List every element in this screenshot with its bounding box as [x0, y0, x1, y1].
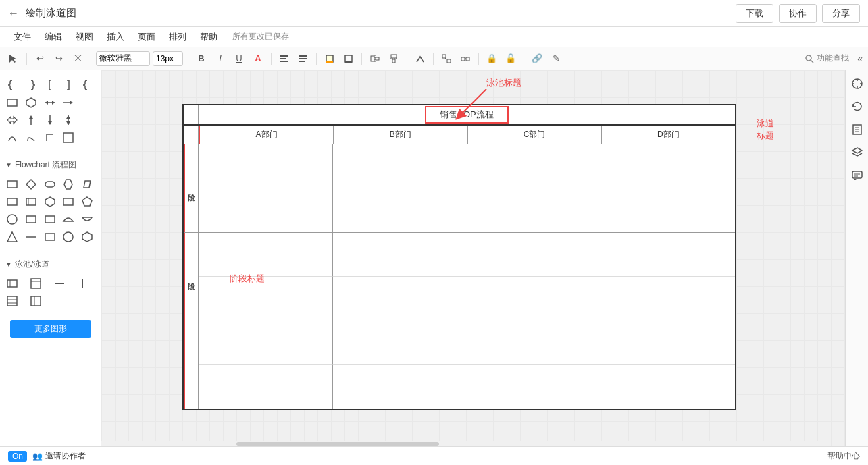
- shape-up-down-arrow[interactable]: [60, 112, 76, 128]
- flow-rect4[interactable]: [60, 194, 76, 210]
- cell-6-b[interactable]: [333, 365, 467, 409]
- lane-c-header[interactable]: C部门: [468, 126, 602, 144]
- shape-arc2[interactable]: [23, 130, 39, 146]
- flow-rect6[interactable]: [42, 211, 58, 227]
- comment-button[interactable]: [848, 166, 867, 185]
- flow-rect5[interactable]: [23, 211, 39, 227]
- cell-6-d[interactable]: [601, 365, 735, 409]
- layers-button[interactable]: [848, 143, 867, 162]
- cell-4-d[interactable]: [601, 277, 735, 321]
- flow-rect3[interactable]: [23, 194, 39, 210]
- canvas-area[interactable]: 销售SOP流程 A部门 B部门 C部门 D部门: [101, 70, 845, 446]
- collapse-button[interactable]: «: [857, 53, 863, 64]
- cell-6-c[interactable]: [467, 365, 602, 409]
- shape-rect[interactable]: [4, 94, 20, 111]
- cell-4-c[interactable]: [467, 277, 602, 321]
- flow-rect2[interactable]: [4, 194, 20, 210]
- flow-hex3[interactable]: [79, 229, 95, 245]
- flow-hex2[interactable]: [42, 194, 58, 210]
- fill-color-button[interactable]: [322, 51, 338, 67]
- cell-4-b[interactable]: [333, 277, 467, 321]
- shape-arc1[interactable]: [4, 130, 20, 146]
- cell-2-b[interactable]: [333, 188, 467, 232]
- menu-view[interactable]: 视图: [70, 28, 99, 46]
- shape-rect2[interactable]: [60, 130, 76, 146]
- shape-bracket-open[interactable]: [42, 77, 58, 93]
- cell-3-a[interactable]: [199, 233, 333, 277]
- h-scrollbar-thumb[interactable]: [236, 442, 439, 446]
- link-button[interactable]: 🔗: [529, 51, 545, 67]
- flow-circle[interactable]: [4, 211, 20, 227]
- flow-predefined[interactable]: [60, 176, 76, 192]
- menu-edit[interactable]: 编辑: [39, 28, 68, 46]
- style-button[interactable]: ✎: [548, 51, 564, 67]
- shape-right-arrow[interactable]: [60, 94, 76, 111]
- download-button[interactable]: 下载: [736, 4, 773, 23]
- italic-button[interactable]: I: [212, 51, 228, 67]
- bold-button[interactable]: B: [193, 51, 209, 67]
- swim-diagram[interactable]: 销售SOP流程 A部门 B部门 C部门 D部门: [182, 104, 736, 410]
- font-color-button[interactable]: A: [250, 51, 266, 67]
- compass-button[interactable]: [848, 74, 867, 93]
- flow-data[interactable]: [79, 176, 95, 192]
- stage-1-label[interactable]: 阶段: [184, 144, 199, 232]
- menu-page[interactable]: 页面: [132, 28, 161, 46]
- cell-5-b[interactable]: [333, 321, 467, 365]
- flow-triangle[interactable]: [4, 229, 20, 245]
- help-link[interactable]: 帮助中心: [827, 450, 860, 462]
- align-left-button[interactable]: [276, 51, 292, 67]
- pool-h-lanes[interactable]: [4, 293, 20, 309]
- flow-process[interactable]: [4, 176, 20, 192]
- collab-button[interactable]: 协作: [779, 4, 817, 23]
- cell-1-d[interactable]: [601, 144, 735, 188]
- flow-line[interactable]: [23, 229, 39, 245]
- shape-corner[interactable]: [42, 130, 58, 146]
- func-search[interactable]: 功能查找: [805, 53, 849, 64]
- invite-button[interactable]: 👥 邀请协作者: [32, 450, 86, 462]
- menu-file[interactable]: 文件: [8, 28, 36, 46]
- underline-button[interactable]: U: [231, 51, 247, 67]
- history-button[interactable]: [848, 97, 867, 116]
- flow-terminal[interactable]: [42, 176, 58, 192]
- lane-d-header[interactable]: D部门: [602, 126, 735, 144]
- cell-4-a[interactable]: [199, 277, 333, 321]
- pool-v-line[interactable]: [74, 275, 91, 292]
- format-clear-button[interactable]: ⌧: [70, 51, 86, 67]
- more-shapes-button[interactable]: 更多图形: [10, 320, 91, 338]
- cell-2-c[interactable]: [467, 188, 602, 232]
- align-v-button[interactable]: [386, 51, 402, 67]
- cell-1-c[interactable]: [467, 144, 602, 188]
- page-button[interactable]: [848, 120, 867, 139]
- shape-left-right-arrows[interactable]: [4, 112, 20, 128]
- lock-button[interactable]: 🔒: [484, 51, 500, 67]
- shape-down-arrow[interactable]: [42, 112, 58, 128]
- menu-insert[interactable]: 插入: [101, 28, 130, 46]
- cell-5-a[interactable]: [199, 321, 333, 365]
- cursor-tool[interactable]: [5, 51, 22, 67]
- unlock-button[interactable]: 🔓: [503, 51, 519, 67]
- align-h-button[interactable]: [367, 51, 383, 67]
- cell-5-d[interactable]: [601, 321, 735, 365]
- flow-arc4[interactable]: [79, 211, 95, 227]
- undo-button[interactable]: ↩: [32, 51, 48, 67]
- menu-help[interactable]: 帮助: [195, 28, 223, 46]
- redo-button[interactable]: ↪: [51, 51, 67, 67]
- line-color-button[interactable]: [340, 51, 357, 67]
- pool-v-lanes[interactable]: [28, 293, 44, 309]
- cell-1-a[interactable]: [199, 144, 333, 188]
- shape-brace-close[interactable]: [23, 77, 39, 93]
- lane-a-header[interactable]: A部门: [200, 126, 334, 144]
- stage-3-label[interactable]: [184, 321, 199, 409]
- cell-3-d[interactable]: [601, 233, 735, 277]
- shape-brace-open[interactable]: [4, 77, 20, 93]
- font-name-input[interactable]: [96, 51, 150, 66]
- align-justify-button[interactable]: [295, 51, 311, 67]
- waypoint2-button[interactable]: [457, 51, 474, 67]
- connector-button[interactable]: [412, 51, 428, 67]
- cell-2-d[interactable]: [601, 188, 735, 232]
- shape-bidirectional-arrow[interactable]: [42, 94, 58, 111]
- shape-up-arrow[interactable]: [23, 112, 39, 128]
- flow-rect7[interactable]: [42, 229, 58, 245]
- cell-1-b[interactable]: [333, 144, 467, 188]
- waypoint-button[interactable]: [438, 51, 455, 67]
